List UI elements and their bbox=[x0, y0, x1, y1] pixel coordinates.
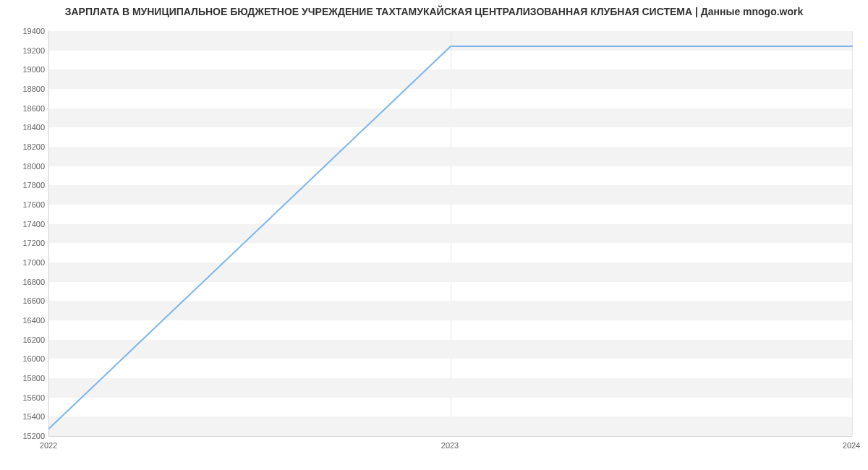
y-tick-label: 18800 bbox=[5, 85, 45, 93]
x-tick-label: 2024 bbox=[843, 441, 860, 450]
y-tick-label: 19200 bbox=[5, 46, 45, 55]
y-tick-label: 15600 bbox=[5, 393, 45, 402]
y-tick-label: 18400 bbox=[5, 123, 45, 132]
y-tick-label: 17000 bbox=[5, 258, 45, 267]
y-tick-label: 17400 bbox=[5, 220, 45, 228]
y-tick-label: 15800 bbox=[5, 374, 45, 383]
y-tick-label: 17800 bbox=[5, 181, 45, 189]
y-tick-label: 15400 bbox=[5, 412, 45, 421]
y-tick-label: 17200 bbox=[5, 239, 45, 247]
plot-area bbox=[48, 31, 852, 437]
y-tick-label: 16600 bbox=[5, 296, 45, 305]
line-chart: ЗАРПЛАТА В МУНИЦИПАЛЬНОЕ БЮДЖЕТНОЕ УЧРЕЖ… bbox=[0, 0, 868, 470]
y-tick-label: 18200 bbox=[5, 142, 45, 151]
y-tick-label: 16200 bbox=[5, 336, 45, 344]
y-tick-label: 18000 bbox=[5, 162, 45, 171]
x-gridline bbox=[852, 31, 853, 436]
y-tick-label: 19400 bbox=[5, 27, 45, 35]
y-tick-label: 16400 bbox=[5, 316, 45, 325]
x-tick-label: 2022 bbox=[40, 441, 57, 450]
y-tick-label: 18600 bbox=[5, 104, 45, 113]
line-series bbox=[49, 31, 852, 436]
y-tick-label: 15200 bbox=[5, 432, 45, 440]
y-tick-label: 19000 bbox=[5, 65, 45, 74]
y-tick-label: 17600 bbox=[5, 200, 45, 209]
x-tick-label: 2023 bbox=[441, 441, 459, 450]
chart-title: ЗАРПЛАТА В МУНИЦИПАЛЬНОЕ БЮДЖЕТНОЕ УЧРЕЖ… bbox=[0, 6, 868, 17]
y-tick-label: 16800 bbox=[5, 278, 45, 286]
y-tick-label: 16000 bbox=[5, 354, 45, 363]
